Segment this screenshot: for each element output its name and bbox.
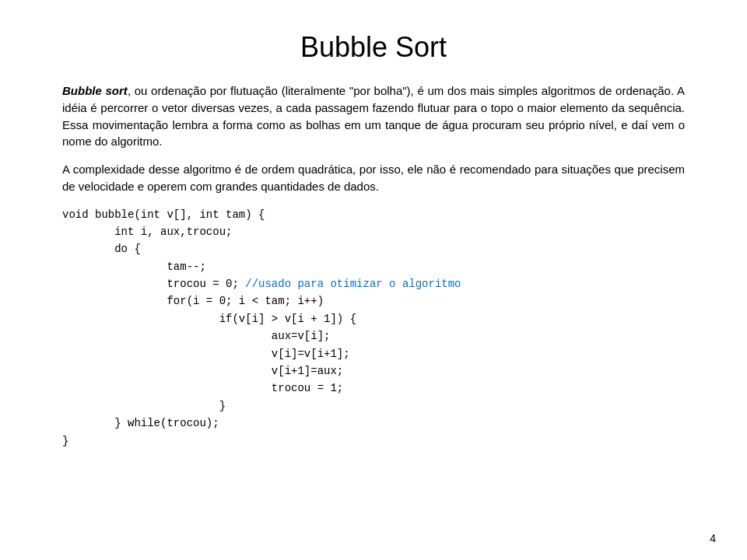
page-number: 4 (710, 532, 716, 544)
description-1: Bubble sort, ou ordenação por flutuação … (62, 82, 685, 150)
code-comment: //usado para otimizar o algoritmo (245, 278, 461, 290)
description-1-rest: , ou ordenação por flutuação (literalmen… (62, 84, 685, 148)
code-block: void bubble(int v[], int tam) { int i, a… (62, 206, 685, 450)
description-1-italic: Bubble sort (62, 84, 128, 97)
description-2: A complexidade desse algoritmo é de orde… (62, 161, 685, 195)
page-title: Bubble Sort (62, 31, 685, 64)
code-line-1: void bubble(int v[], int tam) { int i, a… (62, 208, 461, 447)
page: Bubble Sort Bubble sort, ou ordenação po… (0, 0, 747, 560)
